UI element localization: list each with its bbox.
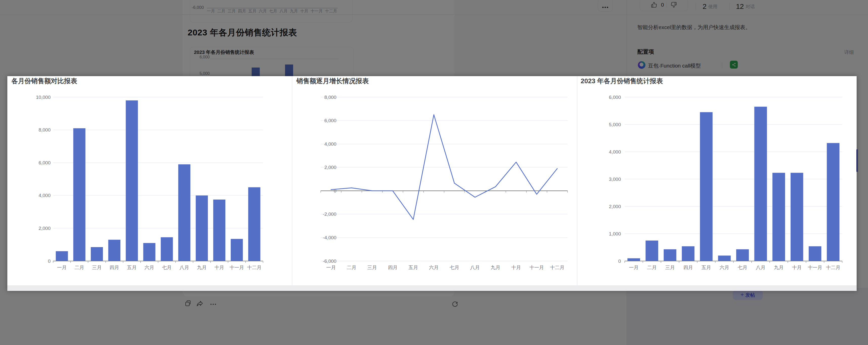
svg-text:一月: 一月 xyxy=(629,265,639,270)
svg-text:十一月: 十一月 xyxy=(230,265,244,270)
svg-text:七月: 七月 xyxy=(738,265,747,270)
svg-text:八月: 八月 xyxy=(470,265,480,270)
svg-text:0: 0 xyxy=(48,258,51,264)
svg-text:8,000: 8,000 xyxy=(324,95,336,100)
chart-title: 销售额逐月增长情况报表 xyxy=(297,76,369,86)
svg-text:10,000: 10,000 xyxy=(36,95,51,100)
svg-text:九月: 九月 xyxy=(491,265,500,270)
svg-text:七月: 七月 xyxy=(450,265,459,270)
svg-text:2,000: 2,000 xyxy=(38,226,51,231)
svg-text:九月: 九月 xyxy=(197,265,207,270)
svg-text:三月: 三月 xyxy=(665,265,675,270)
svg-text:十二月: 十二月 xyxy=(826,265,840,270)
svg-text:六月: 六月 xyxy=(719,265,729,270)
chart-preview-strip: 各月份销售额对比报表 02,0004,0006,0008,00010,000一月… xyxy=(7,76,857,291)
svg-text:十二月: 十二月 xyxy=(247,265,261,270)
bar-chart-2023-monthly-sales[interactable]: 2023 年各月份销售统计报表 01,0002,0003,0004,0005,0… xyxy=(577,76,857,285)
svg-text:6,000: 6,000 xyxy=(609,95,621,100)
chart-title: 各月份销售额对比报表 xyxy=(11,76,77,86)
svg-text:4,000: 4,000 xyxy=(324,142,336,147)
svg-text:1,000: 1,000 xyxy=(609,231,621,237)
svg-text:一月: 一月 xyxy=(326,265,336,270)
svg-text:二月: 二月 xyxy=(347,265,356,270)
svg-text:四月: 四月 xyxy=(110,265,119,270)
svg-text:十一月: 十一月 xyxy=(808,265,822,270)
svg-text:-6,000: -6,000 xyxy=(323,258,336,264)
svg-text:4,000: 4,000 xyxy=(609,149,621,155)
svg-text:5,000: 5,000 xyxy=(609,122,621,127)
svg-text:-2,000: -2,000 xyxy=(323,212,336,217)
line-chart-monthly-growth[interactable]: 销售额逐月增长情况报表 -6,000-4,000-2,00002,0004,00… xyxy=(292,76,577,285)
svg-text:四月: 四月 xyxy=(388,265,398,270)
svg-text:4,000: 4,000 xyxy=(38,193,51,198)
svg-text:十月: 十月 xyxy=(512,265,521,270)
svg-text:0: 0 xyxy=(618,258,621,264)
svg-text:三月: 三月 xyxy=(92,265,102,270)
svg-text:-4,000: -4,000 xyxy=(323,235,336,240)
svg-text:6,000: 6,000 xyxy=(38,160,51,165)
svg-text:九月: 九月 xyxy=(774,265,783,270)
svg-text:八月: 八月 xyxy=(180,265,189,270)
svg-text:八月: 八月 xyxy=(756,265,766,270)
svg-text:六月: 六月 xyxy=(429,265,439,270)
svg-text:8,000: 8,000 xyxy=(38,127,51,132)
svg-text:七月: 七月 xyxy=(162,265,172,270)
chart-title: 2023 年各月份销售统计报表 xyxy=(581,76,663,86)
svg-text:十月: 十月 xyxy=(792,265,802,270)
svg-text:五月: 五月 xyxy=(702,265,711,270)
svg-text:二月: 二月 xyxy=(74,265,84,270)
svg-text:二月: 二月 xyxy=(647,265,657,270)
svg-text:四月: 四月 xyxy=(683,265,693,270)
svg-text:2,000: 2,000 xyxy=(609,204,621,209)
svg-text:五月: 五月 xyxy=(127,265,136,270)
svg-text:五月: 五月 xyxy=(408,265,418,270)
svg-text:三月: 三月 xyxy=(367,265,377,270)
svg-text:十月: 十月 xyxy=(214,265,224,270)
svg-text:一月: 一月 xyxy=(57,265,67,270)
bar-chart-monthly-sales-comparison[interactable]: 各月份销售额对比报表 02,0004,0006,0008,00010,000一月… xyxy=(7,76,292,285)
svg-text:3,000: 3,000 xyxy=(609,177,621,182)
svg-text:6,000: 6,000 xyxy=(324,118,336,123)
svg-text:十二月: 十二月 xyxy=(550,265,564,270)
screen: -6,000 一月二月三月四月五月六月七月八月九月十月十一月十二月 2023 年… xyxy=(0,0,868,345)
svg-text:2,000: 2,000 xyxy=(324,165,336,170)
svg-text:十一月: 十一月 xyxy=(530,265,544,270)
strip-scrollbar-track[interactable] xyxy=(7,285,857,291)
scrollbar-thumb[interactable] xyxy=(856,149,858,172)
svg-text:六月: 六月 xyxy=(145,265,154,270)
